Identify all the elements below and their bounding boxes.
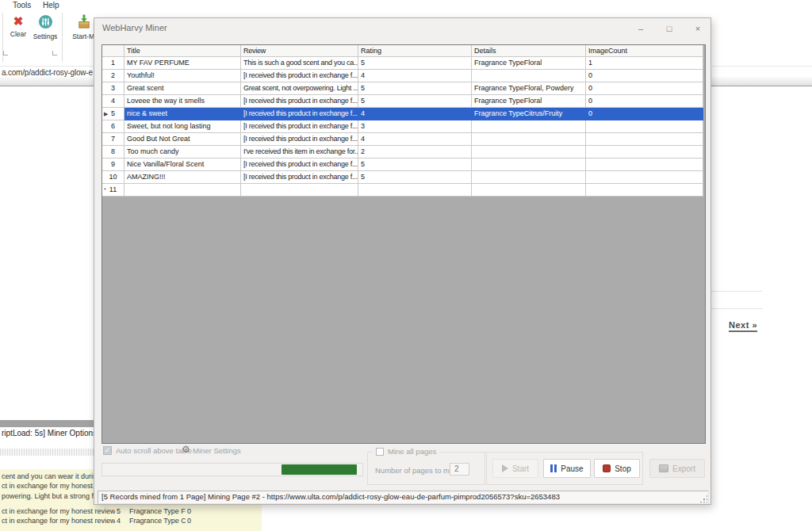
cell-review[interactable]: [I received this product in exchange f..…	[241, 120, 358, 133]
cell-rating[interactable]: 5	[358, 95, 472, 108]
cell-rating[interactable]: 5	[358, 57, 472, 70]
minimize-button[interactable]: –	[630, 21, 651, 36]
auto-scroll-checkbox[interactable]: ✓	[103, 446, 112, 455]
cell-rating[interactable]: 4	[358, 133, 472, 146]
cell-details[interactable]	[472, 184, 586, 197]
table-row[interactable]: 1MY FAV PERFUMEThis is such a good scent…	[102, 57, 705, 70]
table-row[interactable]: 9Nice Vanilla/Floral Scent[I received th…	[102, 159, 705, 171]
cell-num[interactable]: 6	[102, 120, 124, 133]
cell-num[interactable]: 4	[102, 95, 124, 108]
cell-review[interactable]: This is such a good scent and you ca...	[241, 57, 358, 70]
cell-num[interactable]: 10	[102, 171, 124, 184]
cell-title[interactable]	[124, 184, 241, 197]
cell-review[interactable]: [I received this product in exchange f..…	[241, 95, 358, 108]
cell-review[interactable]: [I received this product in exchange f..…	[241, 159, 358, 171]
cell-image_count[interactable]: 0	[586, 95, 703, 108]
column-header[interactable]: ImageCount	[586, 45, 703, 57]
cell-rating[interactable]: 2	[358, 146, 472, 159]
column-header[interactable]: Details	[472, 45, 586, 57]
column-header[interactable]: Review	[241, 45, 358, 57]
menu-tools[interactable]: Tools	[13, 1, 31, 10]
cell-title[interactable]: Too much candy	[124, 146, 241, 159]
cell-image_count[interactable]	[586, 171, 703, 184]
cell-num[interactable]: 3	[102, 82, 124, 95]
cell-rating[interactable]: 5	[358, 82, 472, 95]
pause-button[interactable]: Pause	[543, 459, 591, 478]
cell-title[interactable]: Good But Not Great	[124, 133, 241, 146]
cell-title[interactable]: nice & sweet	[124, 108, 241, 120]
cell-details[interactable]: Fragrance TypeFloral, Powdery	[472, 82, 586, 95]
table-row[interactable]: 4Loveee the way it smells[I received thi…	[102, 95, 705, 108]
table-row[interactable]: 8Too much candyI've received this item i…	[102, 146, 705, 159]
cell-num[interactable]: *11	[102, 184, 124, 197]
cell-title[interactable]: Nice Vanilla/Floral Scent	[124, 159, 241, 171]
cell-review[interactable]: [I received this product in exchange f..…	[241, 108, 358, 120]
miner-settings-label[interactable]: Miner Settings	[193, 446, 241, 455]
cell-num[interactable]: 9	[102, 159, 124, 171]
cell-rating[interactable]: 5	[358, 171, 472, 184]
stop-button[interactable]: Stop	[594, 459, 640, 478]
cell-image_count[interactable]	[586, 133, 703, 146]
cell-details[interactable]	[472, 146, 586, 159]
cell-num[interactable]: 2	[102, 70, 124, 82]
table-row[interactable]: 6Sweet, but not long lasting[I received …	[102, 120, 705, 133]
cell-details[interactable]: Fragrance TypeCitrus/Fruity	[472, 108, 586, 120]
cell-details[interactable]: Fragrance TypeFloral	[472, 57, 586, 70]
cell-image_count[interactable]	[586, 159, 703, 171]
cell-title[interactable]: MY FAV PERFUME	[124, 57, 241, 70]
cell-image_count[interactable]: 0	[586, 70, 703, 82]
cell-review[interactable]: I've received this item in exchange for.…	[241, 146, 358, 159]
cell-num[interactable]: 1	[102, 57, 124, 70]
cell-title[interactable]: Great scent	[124, 82, 241, 95]
cell-details[interactable]	[472, 70, 586, 82]
cell-rating[interactable]: 5	[358, 159, 472, 171]
cell-details[interactable]	[472, 120, 586, 133]
next-page-link[interactable]: Next »	[729, 320, 757, 332]
cell-rating[interactable]: 3	[358, 120, 472, 133]
cell-image_count[interactable]: 0	[586, 108, 703, 120]
settings-button[interactable]: Settings	[31, 14, 59, 40]
column-header[interactable]: Rating	[358, 45, 472, 57]
clear-button[interactable]: ✖ Clear	[6, 14, 30, 38]
cell-title[interactable]: Loveee the way it smells	[124, 95, 241, 108]
table-row[interactable]: 10AMAZING!!![I received this product in …	[102, 171, 705, 184]
cell-image_count[interactable]: 1	[586, 57, 703, 70]
cell-details[interactable]	[472, 133, 586, 146]
cell-image_count[interactable]	[586, 120, 703, 133]
cell-review[interactable]: [I received this product in exchange f..…	[241, 133, 358, 146]
maximize-button[interactable]: □	[659, 21, 680, 36]
table-row[interactable]: 3Great scentGreat scent, not overpowerin…	[102, 82, 705, 95]
cell-details[interactable]	[472, 171, 586, 184]
pages-to-mine-input[interactable]: 2	[450, 463, 469, 476]
group-launcher-icon[interactable]	[3, 51, 8, 55]
gear-icon[interactable]: ⚙	[182, 444, 190, 455]
menu-help[interactable]: Help	[43, 1, 59, 10]
cell-review[interactable]	[241, 184, 358, 197]
cell-title[interactable]: Youthful!	[124, 70, 241, 82]
column-header[interactable]: Title	[124, 45, 241, 57]
table-row[interactable]: 7Good But Not Great[I received this prod…	[102, 133, 705, 146]
cell-image_count[interactable]	[586, 184, 703, 197]
cell-rating[interactable]: 4	[358, 108, 472, 120]
cell-title[interactable]: Sweet, but not long lasting	[124, 120, 241, 133]
table-row[interactable]: *11	[102, 184, 705, 197]
cell-rating[interactable]: 4	[358, 70, 472, 82]
table-row[interactable]: 2Youthful![I received this product in ex…	[102, 70, 705, 82]
column-header[interactable]	[102, 45, 124, 57]
cell-details[interactable]: Fragrance TypeFloral	[472, 95, 586, 108]
cell-review[interactable]: [I received this product in exchange f..…	[241, 171, 358, 184]
cell-review[interactable]: [I received this product in exchange f..…	[241, 70, 358, 82]
cell-num[interactable]: 8	[102, 146, 124, 159]
mine-all-pages-checkbox[interactable]	[376, 448, 384, 456]
start-button[interactable]: Start	[492, 459, 538, 478]
cell-image_count[interactable]: 0	[586, 82, 703, 95]
cell-review[interactable]: Great scent, not overpowering. Light ...	[241, 82, 358, 95]
resize-grip[interactable]	[699, 495, 707, 502]
table-row[interactable]: ▶5nice & sweet[I received this product i…	[102, 108, 705, 120]
cell-image_count[interactable]	[586, 146, 703, 159]
cell-rating[interactable]	[358, 184, 472, 197]
cell-num[interactable]: 7	[102, 133, 124, 146]
cell-num[interactable]: ▶5	[102, 108, 124, 120]
close-button[interactable]: ×	[688, 21, 708, 36]
cell-title[interactable]: AMAZING!!!	[124, 171, 241, 184]
